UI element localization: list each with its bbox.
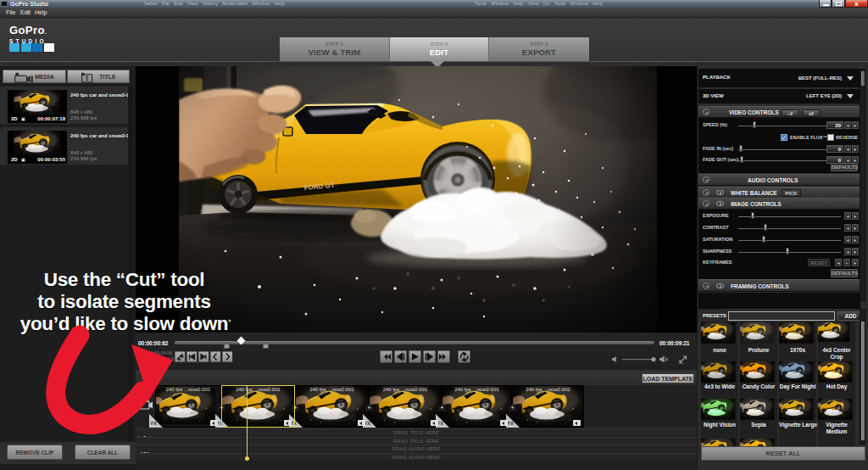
svg-text:T: T: [85, 76, 90, 83]
